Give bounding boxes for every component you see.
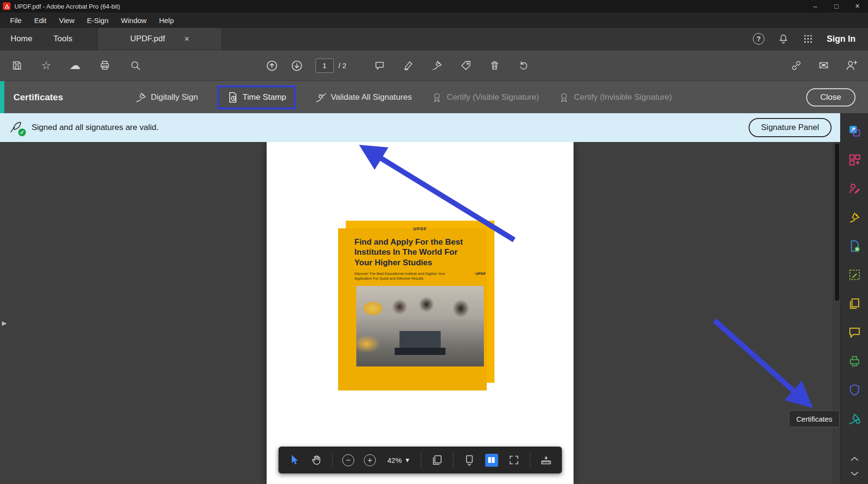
tabbar-right-group: ? Sign In: [753, 33, 868, 45]
flyer-photo: [356, 286, 484, 366]
minimize-button[interactable]: –: [805, 0, 826, 12]
chevron-down-icon: ▾: [406, 456, 410, 464]
time-stamp-button[interactable]: Time Stamp: [217, 85, 296, 109]
scrollbar-thumb[interactable]: [835, 143, 839, 301]
menu-window[interactable]: Window: [115, 12, 152, 28]
vertical-scrollbar[interactable]: [833, 142, 840, 484]
tab-document[interactable]: UPDF.pdf ×: [97, 28, 222, 50]
rotate-icon[interactable]: [517, 59, 529, 72]
fill-and-sign-icon[interactable]: [847, 181, 862, 196]
menu-file[interactable]: File: [4, 12, 28, 28]
trash-icon[interactable]: [488, 59, 501, 72]
measure-ruler-icon[interactable]: [540, 454, 552, 466]
link-icon[interactable]: [790, 59, 802, 72]
validate-signatures-label: Validate All Signatures: [331, 93, 412, 102]
apps-grid-icon[interactable]: [802, 33, 814, 45]
tools-sidebar: Certificates: [840, 113, 868, 484]
expand-panel-icon[interactable]: ▶: [2, 319, 7, 327]
close-tool-button[interactable]: Close: [806, 88, 856, 106]
flyer-subtitle-row: Discover The Best Educational Institute …: [354, 272, 486, 281]
scroll-pages-icon[interactable]: [463, 454, 475, 466]
signature-panel-button[interactable]: Signature Panel: [749, 118, 832, 137]
comment-icon[interactable]: [373, 59, 386, 72]
select-cursor-icon[interactable]: [288, 454, 301, 466]
certify-visible-label: Certify (Visible Signature): [447, 93, 539, 102]
acrobat-logo-icon: [3, 2, 11, 10]
export-pdf-icon[interactable]: [847, 124, 862, 138]
acrobat-window: UPDF.pdf - Adobe Acrobat Pro (64-bit) – …: [0, 0, 868, 484]
tab-tools[interactable]: Tools: [43, 28, 83, 50]
content-column: ✓ Signed and all signatures are valid. S…: [0, 113, 840, 484]
divider: [332, 453, 333, 467]
print-icon[interactable]: [99, 59, 111, 72]
page-thumbnails-icon[interactable]: [431, 454, 443, 466]
page-total-label: / 2: [339, 61, 347, 70]
sign-in-button[interactable]: Sign In: [827, 34, 856, 44]
certificates-tooltip: Certificates: [789, 411, 839, 427]
sign-pen-yellow-icon[interactable]: [847, 210, 862, 224]
divider: [421, 453, 421, 467]
chevron-down-icon[interactable]: [850, 471, 859, 479]
window-controls: – □ ×: [805, 0, 868, 12]
zoom-level-dropdown[interactable]: 42% ▾: [386, 456, 411, 464]
certificates-tool-icon[interactable]: Certificates: [847, 412, 862, 426]
organize-pages-icon[interactable]: [847, 153, 862, 167]
title-bar: UPDF.pdf - Adobe Acrobat Pro (64-bit) – …: [0, 0, 868, 12]
fill-sign-tag-icon[interactable]: [459, 59, 472, 72]
zoom-out-button[interactable]: −: [342, 454, 354, 466]
flyer-title: Find and Apply For the Best Institutes I…: [354, 237, 475, 268]
certify-invisible-button[interactable]: Certify (Invisible Signature): [558, 92, 672, 103]
zoom-in-button[interactable]: +: [364, 454, 376, 466]
menu-view[interactable]: View: [53, 12, 81, 28]
create-pdf-icon[interactable]: [847, 239, 862, 253]
two-page-view-icon[interactable]: [485, 454, 498, 467]
edit-pdf-icon[interactable]: [847, 268, 862, 282]
chevron-up-icon[interactable]: [850, 455, 859, 464]
time-stamp-label: Time Stamp: [243, 93, 286, 102]
divider: [529, 453, 530, 467]
main-row: ✓ Signed and all signatures are valid. S…: [0, 113, 868, 484]
digitally-sign-label: Digitally Sign: [151, 93, 198, 102]
doc-tab-label: UPDF.pdf: [130, 34, 165, 44]
file-tools-group: ☆ ☁: [11, 59, 142, 72]
doc-tab-close-icon[interactable]: ×: [184, 34, 189, 44]
menu-help[interactable]: Help: [153, 12, 180, 28]
notifications-bell-icon[interactable]: [777, 33, 789, 45]
previous-page-icon[interactable]: [266, 59, 278, 72]
teal-accent-bar: [0, 81, 4, 113]
menu-edit[interactable]: Edit: [28, 12, 53, 28]
tab-home[interactable]: Home: [0, 28, 43, 50]
green-check-icon: ✓: [18, 129, 26, 136]
close-button[interactable]: ×: [847, 0, 868, 12]
maximize-button[interactable]: □: [826, 0, 847, 12]
highlighter-icon[interactable]: [402, 59, 414, 72]
favorite-star-icon[interactable]: ☆: [41, 60, 51, 71]
comment-tool-icon[interactable]: [847, 325, 862, 340]
cloud-upload-icon[interactable]: ☁: [70, 60, 81, 71]
divider: [453, 453, 453, 467]
digitally-sign-button[interactable]: Digitally Sign: [135, 92, 198, 103]
page-controls-toolbar: − + 42% ▾: [279, 447, 562, 473]
combine-files-icon[interactable]: [847, 296, 862, 311]
certify-invisible-label: Certify (Invisible Signature): [574, 93, 672, 102]
menu-bar: File Edit View E-Sign Window Help: [0, 12, 868, 28]
validate-signatures-button[interactable]: Validate All Signatures: [315, 92, 412, 103]
help-icon[interactable]: ?: [753, 33, 764, 45]
search-icon[interactable]: [129, 59, 142, 72]
print-production-icon[interactable]: [847, 354, 862, 368]
certify-visible-button[interactable]: Certify (Visible Signature): [431, 92, 539, 103]
certificates-toolbar: Certificates Digitally Sign Time Stamp V…: [0, 81, 868, 113]
pdf-page[interactable]: UPDF Find and Apply For the Best Institu…: [267, 142, 574, 484]
mail-icon[interactable]: ✉: [819, 59, 829, 71]
menu-esign[interactable]: E-Sign: [81, 12, 115, 28]
page-number-input[interactable]: 1: [316, 59, 334, 73]
main-toolbar: ☆ ☁ 1 / 2: [0, 50, 868, 81]
person-add-icon[interactable]: [845, 59, 857, 72]
hand-tool-icon[interactable]: [310, 454, 323, 466]
next-page-icon[interactable]: [291, 59, 303, 72]
protect-pdf-icon[interactable]: [847, 383, 862, 397]
fullscreen-icon[interactable]: [507, 454, 520, 466]
sign-pen-icon[interactable]: [431, 59, 443, 72]
share-tools-group: ✉: [790, 59, 857, 72]
save-icon[interactable]: [11, 59, 23, 72]
